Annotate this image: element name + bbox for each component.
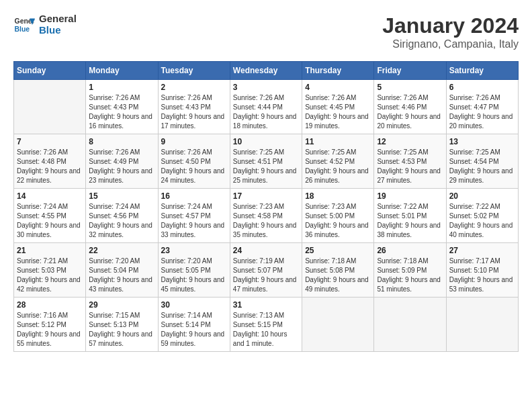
day-number: 27 [449, 246, 515, 255]
day-info: Sunrise: 7:19 AMSunset: 5:07 PMDaylight:… [233, 257, 299, 294]
day-cell: 4Sunrise: 7:26 AMSunset: 4:45 PMDaylight… [302, 80, 374, 134]
day-cell: 15Sunrise: 7:24 AMSunset: 4:56 PMDayligh… [86, 189, 158, 243]
day-number: 28 [17, 300, 83, 310]
day-number: 16 [161, 191, 227, 201]
day-info: Sunrise: 7:25 AMSunset: 4:51 PMDaylight:… [233, 148, 299, 185]
day-info: Sunrise: 7:18 AMSunset: 5:09 PMDaylight:… [377, 257, 443, 294]
day-cell: 26Sunrise: 7:18 AMSunset: 5:09 PMDayligh… [374, 243, 446, 298]
logo-icon: General Blue [13, 14, 35, 36]
day-cell: 9Sunrise: 7:26 AMSunset: 4:50 PMDaylight… [158, 134, 230, 189]
day-cell: 12Sunrise: 7:25 AMSunset: 4:53 PMDayligh… [374, 134, 446, 189]
day-number: 3 [233, 83, 299, 92]
day-cell: 6Sunrise: 7:26 AMSunset: 4:47 PMDaylight… [446, 80, 518, 134]
day-cell: 14Sunrise: 7:24 AMSunset: 4:55 PMDayligh… [14, 189, 86, 243]
day-number: 1 [89, 83, 154, 92]
day-info: Sunrise: 7:24 AMSunset: 4:57 PMDaylight:… [161, 202, 227, 240]
day-cell: 17Sunrise: 7:23 AMSunset: 4:58 PMDayligh… [230, 189, 302, 243]
day-cell: 2Sunrise: 7:26 AMSunset: 4:43 PMDaylight… [158, 80, 230, 134]
day-cell: 13Sunrise: 7:25 AMSunset: 4:54 PMDayligh… [446, 134, 518, 189]
day-info: Sunrise: 7:20 AMSunset: 5:04 PMDaylight:… [89, 257, 154, 294]
day-cell: 8Sunrise: 7:26 AMSunset: 4:49 PMDaylight… [86, 134, 158, 189]
day-number: 5 [377, 83, 443, 92]
day-number: 30 [161, 300, 227, 310]
day-number: 4 [305, 83, 371, 92]
day-number: 2 [161, 83, 227, 92]
day-cell: 22Sunrise: 7:20 AMSunset: 5:04 PMDayligh… [86, 243, 158, 298]
day-cell: 7Sunrise: 7:26 AMSunset: 4:48 PMDaylight… [14, 134, 86, 189]
day-info: Sunrise: 7:23 AMSunset: 5:00 PMDaylight:… [305, 202, 371, 240]
day-info: Sunrise: 7:23 AMSunset: 4:58 PMDaylight:… [233, 202, 299, 240]
day-cell: 19Sunrise: 7:22 AMSunset: 5:01 PMDayligh… [374, 189, 446, 243]
day-cell: 31Sunrise: 7:13 AMSunset: 5:15 PMDayligh… [230, 298, 302, 352]
svg-text:Blue: Blue [15, 25, 30, 32]
day-number: 12 [377, 137, 443, 146]
day-cell: 23Sunrise: 7:20 AMSunset: 5:05 PMDayligh… [158, 243, 230, 298]
day-number: 7 [17, 137, 83, 146]
day-number: 31 [233, 300, 299, 310]
day-cell: 28Sunrise: 7:16 AMSunset: 5:12 PMDayligh… [14, 298, 86, 352]
calendar-body: 1Sunrise: 7:26 AMSunset: 4:43 PMDaylight… [14, 80, 519, 352]
page-header: General Blue General Blue January 2024 S… [13, 13, 519, 50]
day-cell: 16Sunrise: 7:24 AMSunset: 4:57 PMDayligh… [158, 189, 230, 243]
day-info: Sunrise: 7:15 AMSunset: 5:13 PMDaylight:… [89, 311, 154, 349]
day-info: Sunrise: 7:18 AMSunset: 5:08 PMDaylight:… [305, 257, 371, 294]
week-row-3: 14Sunrise: 7:24 AMSunset: 4:55 PMDayligh… [14, 189, 519, 243]
day-cell [302, 298, 374, 352]
day-number: 23 [161, 246, 227, 255]
day-number: 11 [305, 137, 371, 146]
day-info: Sunrise: 7:25 AMSunset: 4:52 PMDaylight:… [305, 148, 371, 185]
day-info: Sunrise: 7:26 AMSunset: 4:50 PMDaylight:… [161, 148, 227, 185]
col-header-thursday: Thursday [302, 62, 374, 80]
col-header-friday: Friday [374, 62, 446, 80]
day-number: 20 [449, 191, 515, 201]
day-cell: 24Sunrise: 7:19 AMSunset: 5:07 PMDayligh… [230, 243, 302, 298]
day-info: Sunrise: 7:21 AMSunset: 5:03 PMDaylight:… [17, 257, 83, 294]
day-info: Sunrise: 7:26 AMSunset: 4:43 PMDaylight:… [89, 93, 154, 131]
day-cell: 18Sunrise: 7:23 AMSunset: 5:00 PMDayligh… [302, 189, 374, 243]
day-number: 14 [17, 191, 83, 201]
day-cell: 1Sunrise: 7:26 AMSunset: 4:43 PMDaylight… [86, 80, 158, 134]
column-headers-row: SundayMondayTuesdayWednesdayThursdayFrid… [14, 62, 519, 80]
day-number: 10 [233, 137, 299, 146]
day-info: Sunrise: 7:25 AMSunset: 4:53 PMDaylight:… [377, 148, 443, 185]
day-number: 15 [89, 191, 154, 201]
day-info: Sunrise: 7:16 AMSunset: 5:12 PMDaylight:… [17, 311, 83, 349]
day-info: Sunrise: 7:26 AMSunset: 4:46 PMDaylight:… [377, 93, 443, 131]
day-number: 26 [377, 246, 443, 255]
day-number: 21 [17, 246, 83, 255]
col-header-monday: Monday [86, 62, 158, 80]
col-header-wednesday: Wednesday [230, 62, 302, 80]
logo-text-blue: Blue [39, 25, 77, 36]
day-cell: 10Sunrise: 7:25 AMSunset: 4:51 PMDayligh… [230, 134, 302, 189]
logo: General Blue General Blue [13, 13, 77, 36]
logo-text-general: General [39, 13, 77, 25]
day-cell: 25Sunrise: 7:18 AMSunset: 5:08 PMDayligh… [302, 243, 374, 298]
day-cell: 29Sunrise: 7:15 AMSunset: 5:13 PMDayligh… [86, 298, 158, 352]
day-info: Sunrise: 7:22 AMSunset: 5:02 PMDaylight:… [449, 202, 515, 240]
day-cell: 11Sunrise: 7:25 AMSunset: 4:52 PMDayligh… [302, 134, 374, 189]
day-info: Sunrise: 7:26 AMSunset: 4:49 PMDaylight:… [89, 148, 154, 185]
day-info: Sunrise: 7:24 AMSunset: 4:56 PMDaylight:… [89, 202, 154, 240]
day-cell: 27Sunrise: 7:17 AMSunset: 5:10 PMDayligh… [446, 243, 518, 298]
day-number: 22 [89, 246, 154, 255]
day-number: 9 [161, 137, 227, 146]
title-block: January 2024 Sirignano, Campania, Italy [382, 13, 519, 50]
day-cell [374, 298, 446, 352]
day-info: Sunrise: 7:26 AMSunset: 4:44 PMDaylight:… [233, 93, 299, 131]
day-cell: 5Sunrise: 7:26 AMSunset: 4:46 PMDaylight… [374, 80, 446, 134]
week-row-1: 1Sunrise: 7:26 AMSunset: 4:43 PMDaylight… [14, 80, 519, 134]
day-info: Sunrise: 7:14 AMSunset: 5:14 PMDaylight:… [161, 311, 227, 349]
day-cell: 21Sunrise: 7:21 AMSunset: 5:03 PMDayligh… [14, 243, 86, 298]
day-info: Sunrise: 7:26 AMSunset: 4:43 PMDaylight:… [161, 93, 227, 131]
day-number: 18 [305, 191, 371, 201]
day-info: Sunrise: 7:26 AMSunset: 4:48 PMDaylight:… [17, 148, 83, 185]
week-row-2: 7Sunrise: 7:26 AMSunset: 4:48 PMDaylight… [14, 134, 519, 189]
day-number: 24 [233, 246, 299, 255]
day-cell: 30Sunrise: 7:14 AMSunset: 5:14 PMDayligh… [158, 298, 230, 352]
week-row-4: 21Sunrise: 7:21 AMSunset: 5:03 PMDayligh… [14, 243, 519, 298]
day-info: Sunrise: 7:22 AMSunset: 5:01 PMDaylight:… [377, 202, 443, 240]
day-info: Sunrise: 7:17 AMSunset: 5:10 PMDaylight:… [449, 257, 515, 294]
location-subtitle: Sirignano, Campania, Italy [382, 38, 519, 50]
day-info: Sunrise: 7:26 AMSunset: 4:45 PMDaylight:… [305, 93, 371, 131]
col-header-saturday: Saturday [446, 62, 518, 80]
